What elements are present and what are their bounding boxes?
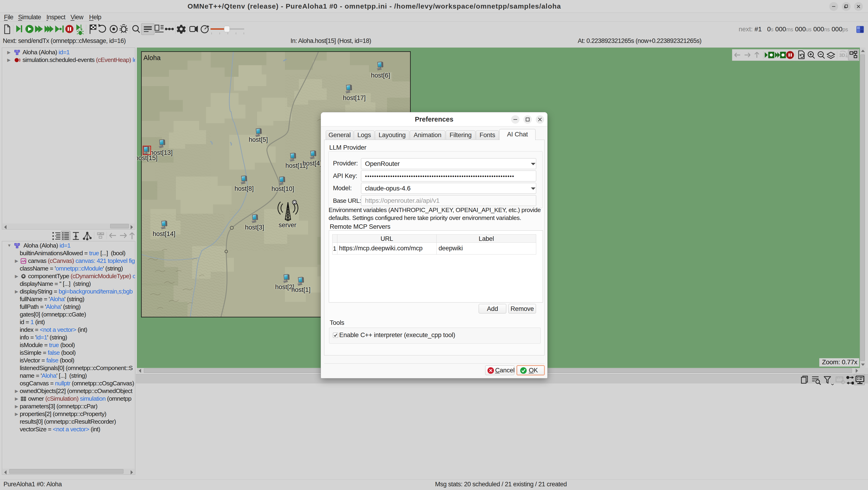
svg-text:3D: 3D — [839, 53, 845, 58]
